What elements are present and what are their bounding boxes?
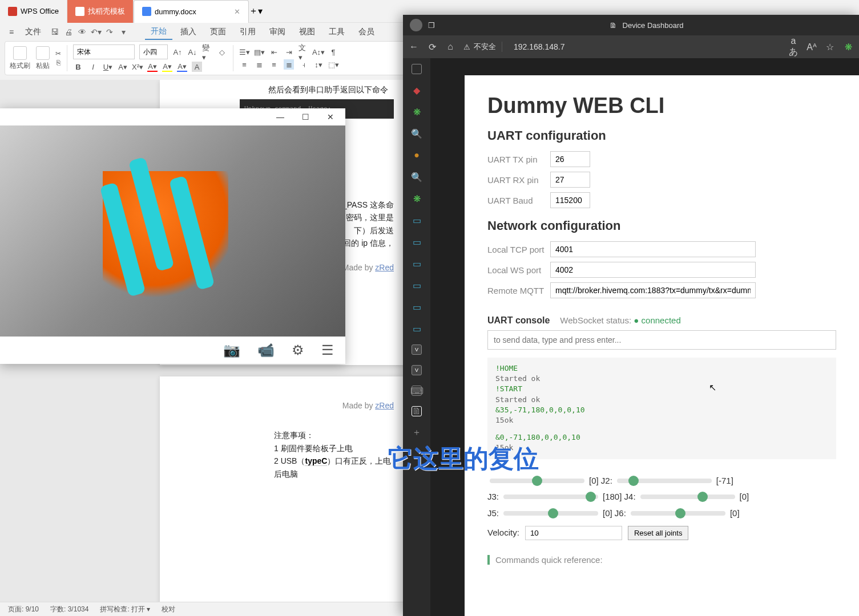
side-v2-icon[interactable]: V [412,365,422,375]
read-aloud-icon[interactable]: Aᴬ [806,42,817,52]
minimize-button[interactable]: — [268,109,293,125]
menu-icon[interactable]: ≡ [6,26,17,38]
extension-icon[interactable]: ❋ [843,42,853,52]
side-green-icon[interactable]: ❋ [411,106,422,117]
side-search-icon[interactable]: 🔍 [411,128,422,139]
ribbon-tab-start[interactable]: 开始 [145,24,172,40]
sort-button[interactable]: A↕▾ [313,47,324,57]
browser-tab-title[interactable]: Device Dashboard [623,21,684,30]
status-page[interactable]: 页面: 9/10 [8,605,39,614]
paste-button[interactable]: 粘贴 [36,46,50,71]
status-proofread[interactable]: 校对 [162,605,175,614]
undo-icon[interactable]: ↶▾ [90,26,102,38]
side-tv3-icon[interactable]: ▭ [411,258,422,269]
pilcrow-button[interactable]: ¶ [328,47,338,57]
j1-slider[interactable] [490,479,584,483]
number-list-button[interactable]: ▤▾ [254,47,264,57]
status-spellcheck[interactable]: 拼写检查: 打开 ▾ [100,605,150,614]
side-add-icon[interactable]: ＋ [411,427,422,438]
print-icon[interactable]: 🖨 [63,26,74,38]
phonetic-icon[interactable]: 變▾ [202,47,212,57]
j2-slider[interactable] [617,479,712,483]
maximize-button[interactable]: ☐ [293,109,318,125]
made-by-link[interactable]: zRed [375,263,394,272]
side-green2-icon[interactable]: ❋ [411,193,422,204]
ribbon-tab-tools[interactable]: 工具 [323,25,350,39]
close-window-button[interactable]: ✕ [318,109,343,125]
mqtt-input[interactable] [550,282,756,298]
camera-icon[interactable]: 📷 [223,342,240,358]
redo-icon[interactable]: ↷ [104,26,115,38]
side-red-icon[interactable]: ◆ [411,84,422,96]
menu-icon[interactable]: ☰ [321,342,334,358]
console-input[interactable] [487,330,836,350]
line-spacing-button[interactable]: ↕▾ [313,59,324,70]
wps-template-tab[interactable]: 找稻壳模板 [67,0,134,23]
ws-port-input[interactable] [550,262,756,278]
ribbon-tab-insert[interactable]: 插入 [175,25,202,39]
j6-slider[interactable] [631,511,725,516]
side-tv2-icon[interactable]: ▭ [411,236,422,248]
font-name-select[interactable] [73,44,135,59]
italic-button[interactable]: I [88,62,98,72]
workspaces-icon[interactable]: ❐ [428,21,435,30]
home-button[interactable]: ⌂ [445,42,455,52]
preview-icon[interactable]: 👁 [76,26,88,38]
para-border-button[interactable]: ⬚▾ [328,59,338,70]
strikethrough-button[interactable]: A▾ [118,62,128,72]
j4-slider[interactable] [640,495,735,499]
increase-indent-button[interactable]: ⇥ [284,47,294,57]
address-bar[interactable]: 192.168.148.7 [514,42,565,51]
reset-joints-button[interactable]: Reset all joints [628,526,689,540]
refresh-button[interactable]: ⟳ [427,42,437,52]
side-tv4-icon[interactable]: ▭ [411,279,422,291]
asian-layout-button[interactable]: 文▾ [299,47,309,57]
bold-button[interactable]: B [73,62,83,72]
tab-dropdown-icon[interactable]: ▾ [258,6,263,17]
uart-rx-input[interactable] [550,172,590,188]
doc-page-2[interactable]: Made by zRed 注意事项： 1 刷固件要给板子上电 2 USB（typ… [160,376,405,602]
font-color-button[interactable]: A▾ [147,62,158,72]
j5-slider[interactable] [503,511,598,516]
j3-slider[interactable] [503,495,598,499]
bullet-list-button[interactable]: ☰▾ [239,47,249,57]
side-tv6-icon[interactable]: ▭ [411,323,422,334]
ribbon-tab-member[interactable]: 会员 [353,25,380,39]
side-app-icon[interactable] [412,64,422,74]
file-menu[interactable]: 文件 [19,25,47,39]
save-icon[interactable]: 🖫 [49,26,61,38]
gear-icon[interactable]: ⚙ [292,342,304,358]
side-search2-icon[interactable]: 🔍 [411,171,422,183]
tcp-port-input[interactable] [550,241,756,257]
clear-format-icon[interactable]: ◇ [217,47,227,57]
format-brush-button[interactable]: 格式刷 [10,46,30,71]
underline-button[interactable]: U▾ [103,62,113,72]
align-left-button[interactable]: ≡ [239,59,249,70]
translate-icon[interactable]: aあ [788,36,798,58]
distribute-button[interactable]: ⫞ [299,59,309,70]
side-tv5-icon[interactable]: ▭ [411,301,422,313]
wps-doc-tab[interactable]: dummy.docx ✕ [134,0,249,23]
new-tab-button[interactable]: ＋ [249,5,258,17]
shrink-font-icon[interactable]: A↓ [187,47,197,57]
font-size-select[interactable] [139,44,168,59]
grow-font-icon[interactable]: A↑ [172,47,183,57]
ribbon-tab-view[interactable]: 视图 [293,25,321,39]
superscript-button[interactable]: X²▾ [132,62,143,72]
justify-button[interactable]: ≣ [284,59,294,70]
align-center-button[interactable]: ≣ [254,59,264,70]
made-by-link[interactable]: zRed [375,401,394,410]
velocity-input[interactable] [525,526,622,540]
side-tv-icon[interactable]: ▭ [411,214,422,226]
uart-tx-input[interactable] [550,151,590,167]
side-doc-icon[interactable]: 🗎 [412,406,422,416]
video-icon[interactable]: 📹 [257,342,275,358]
ribbon-tab-page[interactable]: 页面 [204,25,232,39]
decrease-indent-button[interactable]: ⇤ [269,47,279,57]
cut-button[interactable]: ✂ ⎘ [55,50,61,67]
ribbon-tab-reference[interactable]: 引用 [234,25,261,39]
side-keyboard-icon[interactable]: ⌨ [412,386,422,396]
highlight-button[interactable]: A▾ [162,62,172,72]
side-orange-icon[interactable]: ● [411,149,422,161]
shading-button[interactable]: A▾ [177,62,187,72]
